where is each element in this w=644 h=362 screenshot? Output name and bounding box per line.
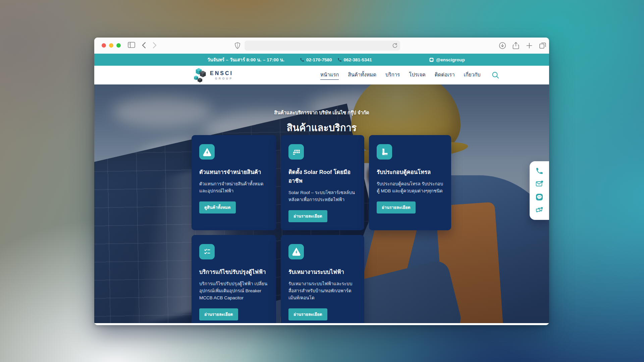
card-description: รับประกอบตู้คอนโทรล รับประกอบตู้ MDB และ… [377, 181, 444, 195]
card-title: ตัวแทนการจำหน่ายสินค้า [199, 168, 269, 176]
solar-roof-icon [288, 144, 304, 160]
nav-item-projects[interactable]: โปรเจค [409, 71, 426, 79]
logo-name: ENSCI [210, 71, 233, 76]
phone-number: 062-381-5341 [344, 57, 372, 62]
service-card-dealer: ตัวแทนการจำหน่ายสินค้า ตัวแทนการจำหน่ายส… [192, 135, 276, 230]
hero-heading: สินค้าและบริการจาก บริษัท เอ็นไซ กรุ๊ป จ… [94, 109, 549, 135]
nav-item-services[interactable]: บริการ [385, 71, 400, 79]
phone-link-1[interactable]: 02-170-7580 [300, 57, 332, 62]
desktop-background: วันจันทร์ – วันเสาร์ 8:00 น. – 17:00 น. … [0, 0, 644, 362]
phone-link-2[interactable]: 062-381-5341 [337, 57, 372, 62]
new-tab-icon[interactable] [526, 42, 533, 51]
tabs-overview-icon[interactable] [539, 42, 546, 51]
card-description: Solar Roof – ระบบโซลาร์เซลล์บนหลังคาเพื่… [288, 189, 357, 203]
browser-toolbar [94, 38, 549, 54]
zoom-window-button[interactable] [116, 43, 121, 48]
checklist-icon [199, 244, 215, 259]
nav-links: หน้าแรก สินค้าทั้งหมด บริการ โปรเจค ติดต… [320, 66, 499, 84]
card-title: รับประกอบตู้คอนโทรล [377, 168, 444, 176]
read-more-button[interactable]: อ่านรายละเอียด [199, 308, 238, 320]
service-card-control-cabinet: รับประกอบตู้คอนโทรล รับประกอบตู้คอนโทรล … [369, 135, 451, 230]
logo-cubes-icon [193, 68, 207, 83]
window-controls [102, 43, 121, 48]
main-navigation: ENSCI GROUP หน้าแรก สินค้าทั้งหมด บริการ… [94, 66, 549, 84]
card-description: รับเหมางานระบบไฟฟ้าและระบบสื่อสารสำหรับบ… [288, 281, 357, 302]
toolbar-right-icons [499, 42, 546, 51]
card-title: ติดตั้ง Solar Roof โดยมืออาชีพ [288, 168, 357, 185]
reload-icon[interactable] [392, 43, 398, 50]
electric-warning-triangle-icon [199, 144, 215, 160]
phone-numbers: 02-170-7580 062-381-5341 [300, 54, 372, 66]
close-window-button[interactable] [102, 43, 106, 48]
line-icon[interactable] [535, 193, 543, 201]
download-icon[interactable] [499, 42, 506, 51]
service-card-solar-roof: ติดตั้ง Solar Roof โดยมืออาชีพ Solar Roo… [281, 135, 364, 230]
logo-text: ENSCI GROUP [210, 71, 233, 80]
browser-window: วันจันทร์ – วันเสาร์ 8:00 น. – 17:00 น. … [94, 38, 549, 325]
hero-eyebrow: สินค้าและบริการจาก บริษัท เอ็นไซ กรุ๊ป จ… [94, 109, 549, 116]
window-bottom-edge [94, 323, 549, 325]
share-icon[interactable] [512, 42, 520, 51]
shield-icon [235, 42, 240, 50]
chat-icon[interactable] [535, 206, 543, 214]
service-card-electrical-contract: รับเหมางานระบบไฟฟ้า รับเหมางานระบบไฟฟ้าแ… [281, 235, 364, 323]
hero-section: สินค้าและบริการจาก บริษัท เอ็นไซ กรุ๊ป จ… [94, 84, 549, 323]
card-description: ตัวแทนการจำหน่ายสินค้าทั้งหมดและอุปกรณ์ไ… [199, 181, 269, 195]
sidebar-toggle-icon[interactable] [128, 42, 135, 49]
nav-item-contact[interactable]: ติดต่อเรา [435, 71, 455, 79]
site-info-bar: วันจันทร์ – วันเสาร์ 8:00 น. – 17:00 น. … [94, 54, 549, 66]
phone-icon [300, 58, 304, 62]
phone-number: 02-170-7580 [306, 57, 332, 62]
read-more-button[interactable]: อ่านรายละเอียด [288, 210, 327, 222]
line-id-text: @enscigroup [436, 57, 465, 62]
mail-icon[interactable] [535, 180, 543, 188]
back-icon[interactable] [142, 42, 146, 50]
page-title: สินค้าและบริการ [94, 120, 549, 135]
card-description: บริการแก้ไขปรับปรุงตู้ไฟฟ้า เปลี่ยนอุปกร… [199, 281, 269, 302]
service-cards-grid: ตัวแทนการจำหน่ายสินค้า ตัวแทนการจำหน่ายส… [192, 135, 451, 323]
read-more-button[interactable]: อ่านรายละเอียด [377, 201, 416, 214]
business-hours: วันจันทร์ – วันเสาร์ 8:00 น. – 17:00 น. [207, 56, 284, 63]
service-card-panel-repair: บริการแก้ไขปรับปรุงตู้ไฟฟ้า บริการแก้ไขป… [192, 235, 276, 323]
read-more-button[interactable]: อ่านรายละเอียด [288, 308, 327, 320]
card-title: บริการแก้ไขปรับปรุงตู้ไฟฟ้า [199, 267, 269, 276]
address-bar[interactable] [245, 41, 400, 51]
view-all-products-button[interactable]: ดูสินค้าทั้งหมด [199, 201, 236, 214]
logo-subtitle: GROUP [210, 77, 233, 80]
nav-item-all-products[interactable]: สินค้าทั้งหมด [348, 71, 376, 79]
nav-item-about[interactable]: เกี่ยวกับ [464, 71, 481, 79]
forward-icon[interactable] [153, 42, 157, 50]
card-title: รับเหมางานระบบไฟฟ้า [288, 267, 357, 276]
phone-icon[interactable] [535, 167, 543, 175]
site-logo[interactable]: ENSCI GROUP [193, 68, 233, 83]
minimize-window-button[interactable] [109, 43, 113, 48]
electric-warning-triangle-icon [288, 244, 304, 259]
phone-icon [337, 58, 342, 62]
line-icon [429, 58, 434, 62]
ruler-square-icon [377, 144, 392, 160]
quick-contact-panel [530, 161, 549, 220]
line-account-link[interactable]: @enscigroup [429, 54, 465, 66]
nav-item-home[interactable]: หน้าแรก [320, 71, 339, 80]
search-icon[interactable] [491, 71, 499, 79]
